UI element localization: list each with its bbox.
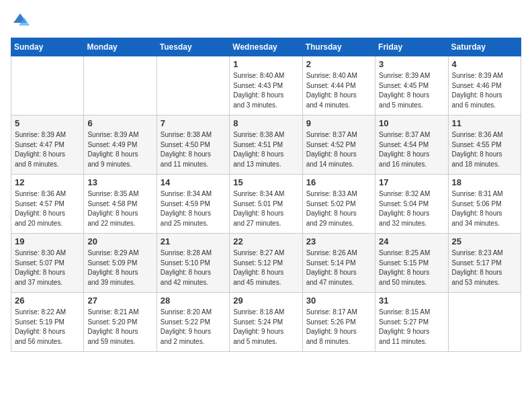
day-info: Sunrise: 8:26 AM Sunset: 5:14 PM Dayligh… xyxy=(306,248,371,287)
day-number: 8 xyxy=(233,118,298,128)
weekday-header-row: SundayMondayTuesdayWednesdayThursdayFrid… xyxy=(11,38,521,56)
weekday-header-tuesday: Tuesday xyxy=(157,38,229,56)
day-info: Sunrise: 8:38 AM Sunset: 4:50 PM Dayligh… xyxy=(161,130,226,169)
day-number: 23 xyxy=(306,236,371,246)
day-info: Sunrise: 8:33 AM Sunset: 5:02 PM Dayligh… xyxy=(306,189,371,228)
day-info: Sunrise: 8:35 AM Sunset: 4:58 PM Dayligh… xyxy=(87,189,152,228)
day-number: 24 xyxy=(379,236,444,246)
weekday-header-friday: Friday xyxy=(375,38,448,56)
calendar-week-row: 26Sunrise: 8:22 AM Sunset: 5:19 PM Dayli… xyxy=(11,293,521,352)
day-info: Sunrise: 8:37 AM Sunset: 4:52 PM Dayligh… xyxy=(306,130,371,169)
day-info: Sunrise: 8:31 AM Sunset: 5:06 PM Dayligh… xyxy=(452,189,517,228)
day-info: Sunrise: 8:38 AM Sunset: 4:51 PM Dayligh… xyxy=(233,130,298,169)
calendar-cell: 31Sunrise: 8:15 AM Sunset: 5:27 PM Dayli… xyxy=(375,293,448,352)
day-info: Sunrise: 8:17 AM Sunset: 5:26 PM Dayligh… xyxy=(306,308,371,347)
day-info: Sunrise: 8:18 AM Sunset: 5:24 PM Dayligh… xyxy=(233,308,298,347)
calendar-cell: 5Sunrise: 8:39 AM Sunset: 4:47 PM Daylig… xyxy=(11,116,84,175)
calendar-week-row: 5Sunrise: 8:39 AM Sunset: 4:47 PM Daylig… xyxy=(11,116,521,175)
calendar-cell: 27Sunrise: 8:21 AM Sunset: 5:20 PM Dayli… xyxy=(84,293,157,352)
calendar-cell: 16Sunrise: 8:33 AM Sunset: 5:02 PM Dayli… xyxy=(302,175,375,234)
day-number: 26 xyxy=(15,295,80,306)
calendar-cell: 14Sunrise: 8:34 AM Sunset: 4:59 PM Dayli… xyxy=(157,175,229,234)
calendar-cell: 8Sunrise: 8:38 AM Sunset: 4:51 PM Daylig… xyxy=(230,116,302,175)
calendar-cell: 22Sunrise: 8:27 AM Sunset: 5:12 PM Dayli… xyxy=(230,234,302,293)
day-info: Sunrise: 8:39 AM Sunset: 4:46 PM Dayligh… xyxy=(452,71,517,110)
calendar-table: SundayMondayTuesdayWednesdayThursdayFrid… xyxy=(11,38,521,352)
day-info: Sunrise: 8:21 AM Sunset: 5:20 PM Dayligh… xyxy=(87,308,152,347)
calendar-cell xyxy=(84,56,157,116)
day-info: Sunrise: 8:27 AM Sunset: 5:12 PM Dayligh… xyxy=(233,248,298,287)
day-number: 7 xyxy=(161,118,226,128)
calendar-cell: 3Sunrise: 8:39 AM Sunset: 4:45 PM Daylig… xyxy=(375,56,448,116)
logo-icon xyxy=(11,11,30,30)
day-number: 11 xyxy=(452,118,517,128)
logo xyxy=(11,11,32,30)
day-info: Sunrise: 8:29 AM Sunset: 5:09 PM Dayligh… xyxy=(87,248,152,287)
day-info: Sunrise: 8:40 AM Sunset: 4:43 PM Dayligh… xyxy=(233,71,298,110)
day-number: 19 xyxy=(15,236,80,246)
day-number: 12 xyxy=(15,177,80,187)
day-number: 27 xyxy=(87,295,152,306)
day-number: 22 xyxy=(233,236,298,246)
day-info: Sunrise: 8:34 AM Sunset: 5:01 PM Dayligh… xyxy=(233,189,298,228)
calendar-week-row: 1Sunrise: 8:40 AM Sunset: 4:43 PM Daylig… xyxy=(11,56,521,116)
calendar-cell: 9Sunrise: 8:37 AM Sunset: 4:52 PM Daylig… xyxy=(302,116,375,175)
day-number: 9 xyxy=(306,118,371,128)
calendar-cell: 13Sunrise: 8:35 AM Sunset: 4:58 PM Dayli… xyxy=(84,175,157,234)
weekday-header-saturday: Saturday xyxy=(448,38,521,56)
calendar-cell: 19Sunrise: 8:30 AM Sunset: 5:07 PM Dayli… xyxy=(11,234,84,293)
calendar-cell: 15Sunrise: 8:34 AM Sunset: 5:01 PM Dayli… xyxy=(230,175,302,234)
calendar-cell: 30Sunrise: 8:17 AM Sunset: 5:26 PM Dayli… xyxy=(302,293,375,352)
calendar-cell: 25Sunrise: 8:23 AM Sunset: 5:17 PM Dayli… xyxy=(448,234,521,293)
calendar-cell: 10Sunrise: 8:37 AM Sunset: 4:54 PM Dayli… xyxy=(375,116,448,175)
day-info: Sunrise: 8:32 AM Sunset: 5:04 PM Dayligh… xyxy=(379,189,444,228)
weekday-header-sunday: Sunday xyxy=(11,38,84,56)
calendar-header: SundayMondayTuesdayWednesdayThursdayFrid… xyxy=(11,38,521,56)
day-number: 5 xyxy=(15,118,80,128)
day-info: Sunrise: 8:20 AM Sunset: 5:22 PM Dayligh… xyxy=(161,308,226,347)
calendar-cell: 23Sunrise: 8:26 AM Sunset: 5:14 PM Dayli… xyxy=(302,234,375,293)
day-info: Sunrise: 8:36 AM Sunset: 4:57 PM Dayligh… xyxy=(15,189,80,228)
day-info: Sunrise: 8:15 AM Sunset: 5:27 PM Dayligh… xyxy=(379,308,444,347)
calendar-cell: 18Sunrise: 8:31 AM Sunset: 5:06 PM Dayli… xyxy=(448,175,521,234)
calendar-cell xyxy=(11,56,84,116)
day-info: Sunrise: 8:39 AM Sunset: 4:47 PM Dayligh… xyxy=(15,130,80,169)
day-number: 21 xyxy=(161,236,226,246)
calendar-cell: 7Sunrise: 8:38 AM Sunset: 4:50 PM Daylig… xyxy=(157,116,229,175)
day-number: 16 xyxy=(306,177,371,187)
calendar-cell: 24Sunrise: 8:25 AM Sunset: 5:15 PM Dayli… xyxy=(375,234,448,293)
day-info: Sunrise: 8:22 AM Sunset: 5:19 PM Dayligh… xyxy=(15,308,80,347)
calendar-cell: 17Sunrise: 8:32 AM Sunset: 5:04 PM Dayli… xyxy=(375,175,448,234)
calendar-cell: 4Sunrise: 8:39 AM Sunset: 4:46 PM Daylig… xyxy=(448,56,521,116)
day-number: 17 xyxy=(379,177,444,187)
day-number: 10 xyxy=(379,118,444,128)
calendar-cell: 2Sunrise: 8:40 AM Sunset: 4:44 PM Daylig… xyxy=(302,56,375,116)
day-number: 2 xyxy=(306,59,371,69)
day-number: 4 xyxy=(452,59,517,69)
day-info: Sunrise: 8:39 AM Sunset: 4:49 PM Dayligh… xyxy=(87,130,152,169)
day-number: 1 xyxy=(233,59,298,69)
day-number: 14 xyxy=(161,177,226,187)
calendar-cell: 26Sunrise: 8:22 AM Sunset: 5:19 PM Dayli… xyxy=(11,293,84,352)
calendar-cell xyxy=(157,56,229,116)
day-number: 30 xyxy=(306,295,371,306)
calendar-cell xyxy=(448,293,521,352)
day-number: 15 xyxy=(233,177,298,187)
day-info: Sunrise: 8:25 AM Sunset: 5:15 PM Dayligh… xyxy=(379,248,444,287)
day-info: Sunrise: 8:30 AM Sunset: 5:07 PM Dayligh… xyxy=(15,248,80,287)
day-info: Sunrise: 8:40 AM Sunset: 4:44 PM Dayligh… xyxy=(306,71,371,110)
day-info: Sunrise: 8:23 AM Sunset: 5:17 PM Dayligh… xyxy=(452,248,517,287)
day-number: 31 xyxy=(379,295,444,306)
calendar-body: 1Sunrise: 8:40 AM Sunset: 4:43 PM Daylig… xyxy=(11,56,521,352)
day-info: Sunrise: 8:39 AM Sunset: 4:45 PM Dayligh… xyxy=(379,71,444,110)
day-number: 13 xyxy=(87,177,152,187)
calendar-week-row: 19Sunrise: 8:30 AM Sunset: 5:07 PM Dayli… xyxy=(11,234,521,293)
day-info: Sunrise: 8:36 AM Sunset: 4:55 PM Dayligh… xyxy=(452,130,517,169)
day-info: Sunrise: 8:37 AM Sunset: 4:54 PM Dayligh… xyxy=(379,130,444,169)
calendar-week-row: 12Sunrise: 8:36 AM Sunset: 4:57 PM Dayli… xyxy=(11,175,521,234)
calendar-cell: 29Sunrise: 8:18 AM Sunset: 5:24 PM Dayli… xyxy=(230,293,302,352)
day-number: 29 xyxy=(233,295,298,306)
day-number: 25 xyxy=(452,236,517,246)
day-number: 28 xyxy=(161,295,226,306)
calendar-cell: 21Sunrise: 8:28 AM Sunset: 5:10 PM Dayli… xyxy=(157,234,229,293)
